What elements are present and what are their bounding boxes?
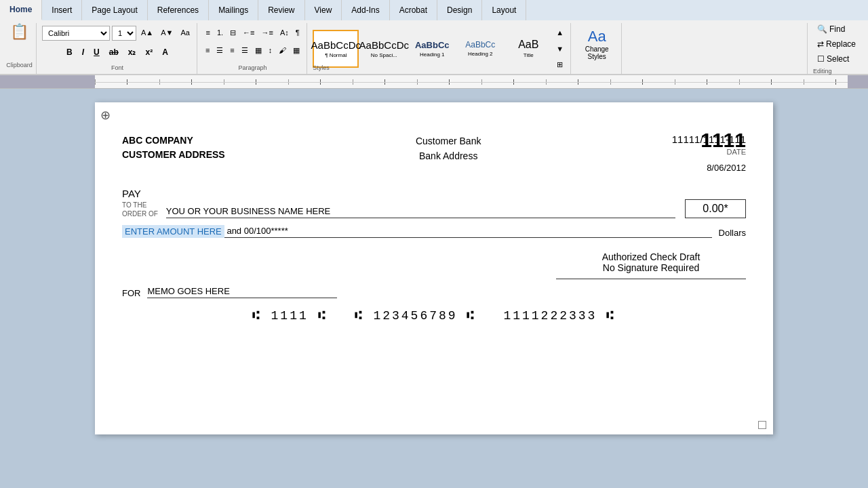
tab-view[interactable]: View xyxy=(305,0,342,20)
micr-line: ⑆ 1111 ⑆ ⑆ 123456789 ⑆ 1111222333 ⑆ xyxy=(122,309,746,323)
italic-button[interactable]: I xyxy=(78,45,88,60)
amount-box: 0.00* xyxy=(685,199,746,218)
micr-routing: ⑆ 123456789 ⑆ xyxy=(355,309,477,323)
style-no-spacing-button[interactable]: AaBbCcDc No Spaci... xyxy=(361,30,407,68)
bank-name: Customer Bank xyxy=(416,134,481,148)
style-heading1-button[interactable]: AaBbCc Heading 1 xyxy=(409,30,455,68)
superscript-button[interactable]: x² xyxy=(141,45,157,60)
font-color-button[interactable]: A xyxy=(158,45,172,60)
pay-text: PAY xyxy=(122,187,158,201)
borders-button[interactable]: ▦ xyxy=(290,43,302,57)
styles-scroll-down-button[interactable]: ▼ xyxy=(553,42,566,56)
styles-group-label: Styles xyxy=(313,64,330,71)
style-normal-button[interactable]: AaBbCcDc ¶ Normal xyxy=(313,30,359,68)
line-spacing-button[interactable]: ↕ xyxy=(266,43,275,57)
move-handle[interactable]: ⊕ xyxy=(100,108,111,123)
to-the-label: TO THE xyxy=(122,201,158,209)
routing-number: 11111/1111-111 xyxy=(672,134,746,145)
authorized-line2: No Signature Required xyxy=(556,262,746,273)
grow-font-button[interactable]: A▲ xyxy=(138,26,156,39)
bank-address: Bank Address xyxy=(416,148,481,163)
align-center-button[interactable]: ☰ xyxy=(214,43,226,57)
shrink-font-button[interactable]: A▼ xyxy=(158,26,176,39)
find-button[interactable]: 🔍 Find xyxy=(813,23,849,35)
style-heading2-button[interactable]: AaBbCc Heading 2 xyxy=(457,30,503,68)
pay-label-block: PAY TO THE ORDER OF xyxy=(122,187,158,218)
document-area: ⊕ ABC COMPANY CUSTOMER ADDRESS Customer … xyxy=(0,89,868,448)
tab-acrobat[interactable]: Acrobat xyxy=(390,0,437,20)
for-label: FOR xyxy=(122,288,140,298)
change-case-button[interactable]: Aa xyxy=(178,26,192,39)
check-number-area: 11111/1111-111 DATE 1111 8/06/2012 xyxy=(672,134,746,174)
styles-scroll-up-button[interactable]: ▲ xyxy=(553,26,566,39)
show-hide-button[interactable]: ¶ xyxy=(293,26,302,39)
sort-button[interactable]: A↕ xyxy=(277,26,292,39)
order-of-label: ORDER OF xyxy=(122,209,158,218)
amount-text: ENTER AMOUNT HERE xyxy=(122,225,224,238)
tab-addins[interactable]: Add-Ins xyxy=(342,0,389,20)
company-address: CUSTOMER ADDRESS xyxy=(122,148,225,162)
multilevel-button[interactable]: ⊟ xyxy=(227,26,239,39)
change-styles-button[interactable]: Aa Change Styles xyxy=(576,25,617,63)
tab-page-layout[interactable]: Page Layout xyxy=(82,0,147,20)
increase-indent-button[interactable]: →≡ xyxy=(259,26,276,39)
amount-row: ENTER AMOUNT HERE and 00/100***** Dollar… xyxy=(122,225,746,238)
amount-suffix: and 00/100***** xyxy=(224,226,712,238)
find-icon: 🔍 xyxy=(817,24,827,34)
numbering-button[interactable]: 1. xyxy=(214,26,226,39)
replace-button[interactable]: ⇄ Replace xyxy=(813,38,860,50)
date-value: 8/06/2012 xyxy=(707,163,746,173)
company-name: ABC COMPANY xyxy=(122,134,225,148)
pay-row: PAY TO THE ORDER OF YOU OR YOUR BUSINESS… xyxy=(122,187,746,218)
tab-insert[interactable]: Insert xyxy=(42,0,82,20)
micr-account: 1111222333 ⑆ xyxy=(503,309,616,323)
payee-name: YOU OR YOUR BUSINESS NAME HERE xyxy=(166,206,675,218)
font-name-select[interactable]: Calibri xyxy=(42,26,110,41)
memo-row: FOR MEMO GOES HERE xyxy=(122,286,746,298)
styles-more-button[interactable]: ⊞ xyxy=(553,58,566,72)
bank-info: Customer Bank Bank Address xyxy=(416,134,481,164)
dollars-label: Dollars xyxy=(719,228,746,238)
font-group-label: Font xyxy=(42,64,193,74)
shading-button[interactable]: 🖌 xyxy=(276,43,289,57)
font-size-select[interactable]: 11 xyxy=(112,26,136,41)
change-styles-icon: Aa xyxy=(588,28,606,45)
justify-button[interactable]: ☰ xyxy=(239,43,251,57)
tab-mailings[interactable]: Mailings xyxy=(209,0,258,20)
select-icon: ☐ xyxy=(817,54,825,64)
select-button[interactable]: ☐ Select xyxy=(813,53,853,65)
subscript-button[interactable]: x₂ xyxy=(124,45,140,60)
paragraph-group-label: Paragraph xyxy=(203,64,302,74)
editing-label: Editing xyxy=(813,68,832,75)
tab-layout[interactable]: Layout xyxy=(482,0,526,20)
resize-handle[interactable] xyxy=(758,421,766,429)
tab-home[interactable]: Home xyxy=(0,0,42,20)
clipboard-icon: Clipboard xyxy=(6,62,33,74)
bullets-button[interactable]: ≡ xyxy=(203,26,213,39)
replace-icon: ⇄ xyxy=(817,39,824,49)
company-info: ABC COMPANY CUSTOMER ADDRESS xyxy=(122,134,225,162)
ruler xyxy=(0,75,868,89)
document-page: ⊕ ABC COMPANY CUSTOMER ADDRESS Customer … xyxy=(95,102,773,434)
underline-button[interactable]: U xyxy=(90,45,104,60)
micr-check-number: ⑆ 1111 ⑆ xyxy=(252,309,328,323)
columns-button[interactable]: ▦ xyxy=(252,43,264,57)
authorized-line1: Authorized Check Draft xyxy=(556,251,746,262)
align-left-button[interactable]: ≡ xyxy=(203,43,212,57)
align-right-button[interactable]: ≡ xyxy=(227,43,237,57)
change-styles-label: Change Styles xyxy=(579,45,614,60)
bold-button[interactable]: B xyxy=(62,45,77,60)
tab-design[interactable]: Design xyxy=(437,0,482,20)
strikethrough-button[interactable]: ab xyxy=(105,45,123,60)
paste-icon[interactable]: 📋 xyxy=(10,23,28,41)
memo-field: MEMO GOES HERE xyxy=(147,286,337,298)
tab-references[interactable]: References xyxy=(148,0,209,20)
decrease-indent-button[interactable]: ←≡ xyxy=(240,26,257,39)
style-title-button[interactable]: AaB Title xyxy=(505,30,551,68)
tab-review[interactable]: Review xyxy=(258,0,304,20)
